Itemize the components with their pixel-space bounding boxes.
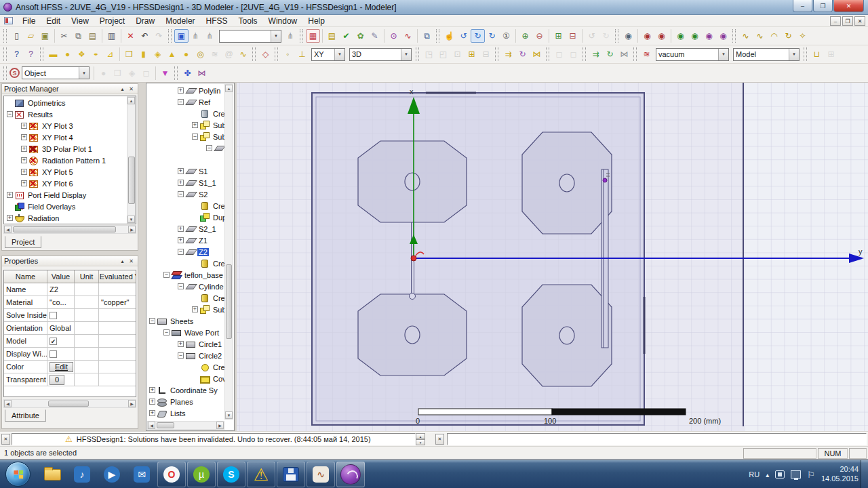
print-button[interactable]: ▥ <box>104 29 119 43</box>
toolbar-grip[interactable] <box>416 47 419 61</box>
scroll-up-icon[interactable]: ▲ <box>127 97 135 104</box>
power-icon[interactable] <box>775 470 785 479</box>
show-selection-button[interactable]: ◉ <box>673 29 688 43</box>
expand-icon[interactable]: + <box>178 87 184 94</box>
project-tree-vscrollbar[interactable]: ▲ ▼ <box>127 96 136 224</box>
expand-icon[interactable]: + <box>192 122 198 128</box>
copy-image-button[interactable]: ⧉ <box>420 29 434 43</box>
toolbar-grip[interactable] <box>495 47 498 61</box>
tree-item-optimetrics[interactable]: Optimetrics <box>5 97 126 108</box>
network-icon[interactable] <box>791 470 801 479</box>
mdi-close-button[interactable]: ✕ <box>854 16 865 26</box>
skype-taskbar-button[interactable]: S <box>217 462 245 487</box>
help-topics-button[interactable]: ? <box>9 47 24 61</box>
toolbar-grip[interactable] <box>174 66 178 80</box>
message-close-icon[interactable]: ✕ <box>435 434 444 445</box>
panel-collapse-icon[interactable]: ▴ <box>118 85 127 93</box>
collapse-icon[interactable]: − <box>163 272 170 278</box>
menu-view[interactable]: View <box>66 15 94 27</box>
project-variables-button[interactable]: ⋔ <box>203 29 217 43</box>
chevron-down-icon[interactable]: ▼ <box>271 30 281 42</box>
uv-polyhedron-button[interactable]: ◇ <box>258 47 273 61</box>
rectangular-plot-button[interactable]: ∿ <box>401 29 415 43</box>
select-by-combo[interactable]: Object▼ <box>22 66 90 79</box>
expand-icon[interactable]: + <box>7 192 13 198</box>
curve-tool-taskbar-button[interactable]: ∿ <box>307 462 335 487</box>
tree-item-ref[interactable]: −Ref <box>147 96 224 108</box>
collapse-icon[interactable]: − <box>163 329 170 336</box>
tree-item-xy-plot-3[interactable]: +XY Plot 3 <box>5 120 126 131</box>
mdi-restore-button[interactable]: ❐ <box>842 16 853 26</box>
rotate-model-button[interactable]: ↻ <box>471 29 485 43</box>
tree-item-s1[interactable]: +S1 <box>147 165 224 177</box>
toolbar-grip[interactable] <box>583 47 586 61</box>
tree-item-teflon-base[interactable]: −teflon_base <box>147 269 224 281</box>
tree-item-cre[interactable]: Cre <box>147 108 224 119</box>
collapse-icon[interactable]: − <box>149 318 155 324</box>
menu-window[interactable]: Window <box>263 15 303 27</box>
via-circle-bottom-right[interactable] <box>559 327 574 344</box>
toolbar-grip[interactable] <box>615 29 618 43</box>
move-button[interactable]: ⇉ <box>501 47 515 61</box>
tree-item-coordinate-sy[interactable]: +Coordinate Sy <box>147 384 224 396</box>
scroll-right-icon[interactable]: ▶ <box>128 400 136 407</box>
start-button[interactable] <box>5 462 31 487</box>
scroll-down-icon[interactable]: ▼ <box>127 216 135 223</box>
language-indicator[interactable]: RU <box>749 470 760 479</box>
duplicate-around-axis-button[interactable]: ↻ <box>603 47 617 61</box>
draw-equation-curve-button[interactable]: ✧ <box>795 29 810 43</box>
tree-item-wave-port[interactable]: −Wave Port <box>147 327 224 338</box>
scroll-left-icon[interactable]: ◀ <box>4 226 12 233</box>
toolbar-grip[interactable] <box>252 47 256 61</box>
scroll-left-icon[interactable]: ◀ <box>148 422 155 429</box>
collapse-icon[interactable]: − <box>7 111 13 117</box>
toolbar-grip[interactable] <box>732 29 736 43</box>
toolbar-grip[interactable] <box>3 66 7 80</box>
hide-others-active-view-button[interactable]: ◉ <box>716 29 730 43</box>
show-all-button[interactable]: ◉ <box>621 29 635 43</box>
tree-item-port-field-display[interactable]: +Port Field Display <box>5 189 126 201</box>
minimize-button[interactable]: – <box>793 0 812 12</box>
menu-modeler[interactable]: Modeler <box>160 15 200 27</box>
rotate-button[interactable]: ↻ <box>515 47 530 61</box>
tree-item-cre[interactable]: Cre <box>147 200 224 211</box>
expand-icon[interactable]: + <box>149 410 155 416</box>
collapse-icon[interactable]: − <box>178 191 184 197</box>
split-button[interactable]: ⊞ <box>465 47 479 61</box>
tree-item-circle2[interactable]: −Circle2 <box>147 350 224 361</box>
spin-up-icon[interactable]: ▴ <box>416 433 425 439</box>
tree-item-results[interactable]: −Results <box>5 108 126 120</box>
modeler-viewport[interactable]: x y 0 100 200 (mm) <box>237 83 868 431</box>
port-marker[interactable] <box>603 178 607 182</box>
tree-item-dup[interactable]: Dup <box>147 211 224 223</box>
history-tree-hscrollbar[interactable]: ◀ ▶ <box>147 421 224 430</box>
column-header-evaluated-v[interactable]: Evaluated V <box>99 270 136 283</box>
zoom-in-button[interactable]: ⊕ <box>518 29 532 43</box>
action-center-flag-icon[interactable]: ⚐ <box>807 470 815 480</box>
variables-button[interactable]: ⋔ <box>189 29 203 43</box>
scroll-thumb[interactable] <box>157 422 174 428</box>
collapse-icon[interactable]: − <box>178 352 184 359</box>
tree-item-s2-1[interactable]: +S2_1 <box>147 223 224 235</box>
expand-icon[interactable]: + <box>149 387 155 393</box>
property-value[interactable]: 0 <box>47 373 75 386</box>
create-region-button[interactable]: ⊔ <box>810 47 824 61</box>
view-combo[interactable]: 3D▼ <box>349 48 412 61</box>
history-tree-vscrollbar[interactable]: ▲ ▼ <box>224 84 233 420</box>
expand-icon[interactable]: + <box>178 168 184 174</box>
tree-item-z1[interactable]: +Z1 <box>147 235 224 246</box>
child-window-icon[interactable] <box>4 17 13 24</box>
material-combo[interactable]: vacuum▼ <box>656 48 729 61</box>
duplicate-mirror-button[interactable]: ⋈ <box>617 47 631 61</box>
draw-torus-button[interactable]: ◎ <box>193 47 208 61</box>
tree-item-3d-polar-plot-1[interactable]: +3D Polar Plot 1 <box>5 143 126 155</box>
tree-item-radiation[interactable]: +Radiation <box>5 212 126 224</box>
show-selection-active-view-button[interactable]: ◉ <box>688 29 702 43</box>
tree-item-node[interactable]: − <box>147 142 224 154</box>
tree-item-z2[interactable]: −Z2 <box>147 246 224 258</box>
toolbar-grip[interactable] <box>633 47 637 61</box>
expand-icon[interactable]: + <box>192 306 198 312</box>
expand-icon[interactable]: + <box>21 157 27 163</box>
expand-icon[interactable]: + <box>21 169 27 175</box>
expand-icon[interactable]: + <box>178 341 184 347</box>
